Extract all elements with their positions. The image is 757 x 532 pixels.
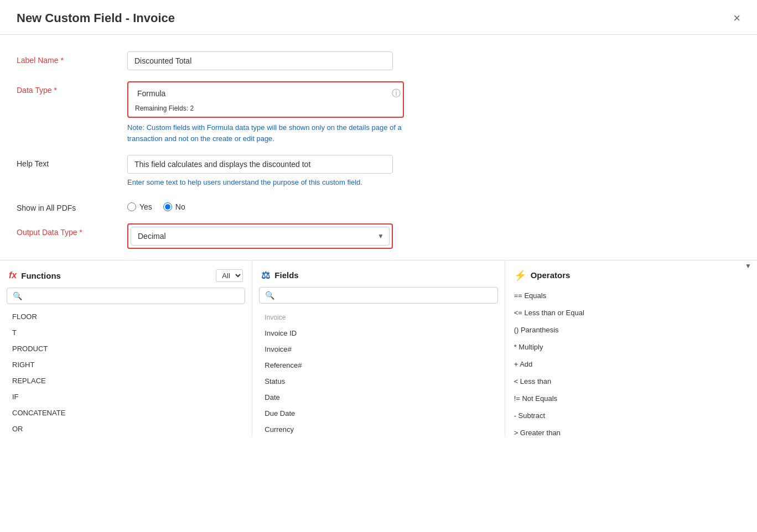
list-item[interactable]: REPLACE <box>7 373 245 389</box>
functions-search-icon: 🔍 <box>13 291 22 300</box>
functions-list: FLOORTPRODUCTRIGHTREPLACEIFCONCATENATEOR <box>0 309 252 437</box>
list-item[interactable]: Date <box>259 389 497 405</box>
list-item: Invoice <box>259 308 497 325</box>
help-text-control: Enter some text to help users understand… <box>127 155 393 188</box>
list-item[interactable]: T <box>7 325 245 341</box>
functions-all-select[interactable]: All <box>216 269 243 282</box>
label-name-label: Label Name * <box>17 51 127 65</box>
modal: New Custom Field - Invoice × Label Name … <box>0 0 757 532</box>
modal-body: Label Name * Data Type * Formula Text Nu… <box>0 35 757 249</box>
help-text-hint: Enter some text to help users understand… <box>127 177 393 188</box>
label-name-input[interactable] <box>127 51 393 70</box>
list-item[interactable]: FLOOR <box>7 309 245 325</box>
fields-panel-header: ⚖ Fields <box>252 260 504 287</box>
fields-panel: ⚖ Fields 🔍 InvoiceInvoice IDInvoice#Refe… <box>252 260 505 437</box>
operators-list: == Equals<= Less than or Equal() Paranth… <box>505 287 757 437</box>
list-item[interactable]: Status <box>259 373 497 389</box>
functions-panel: fx Functions All 🔍 FLOORTPRODUCTRIGHTREP… <box>0 260 252 437</box>
operators-panel-header: ⚡ Operators <box>505 260 757 287</box>
fields-icon: ⚖ <box>261 269 270 281</box>
output-type-select[interactable]: Decimal Integer Text <box>131 227 390 246</box>
list-item[interactable]: != Not Equals <box>514 390 748 407</box>
list-item[interactable]: IF <box>7 389 245 405</box>
panels-row: fx Functions All 🔍 FLOORTPRODUCTRIGHTREP… <box>0 260 757 437</box>
show-pdfs-row: Show in All PDFs Yes No <box>17 199 740 212</box>
list-item[interactable]: > Greater than <box>514 424 748 437</box>
list-item[interactable]: OR <box>7 421 245 437</box>
list-item[interactable]: Currency <box>259 421 497 437</box>
output-type-box: Decimal Integer Text ▼ <box>127 223 393 249</box>
data-type-label: Data Type * <box>17 81 127 95</box>
radio-yes-label: Yes <box>139 202 152 211</box>
label-name-row: Label Name * <box>17 51 740 70</box>
fields-list: InvoiceInvoice IDInvoice#Reference#Statu… <box>252 308 504 437</box>
output-type-label: Output Data Type * <box>17 223 127 237</box>
data-type-select[interactable]: Formula Text Number <box>131 85 388 102</box>
list-item[interactable]: == Equals <box>514 287 748 304</box>
operators-panel: ⚡ Operators == Equals<= Less than or Equ… <box>505 260 757 437</box>
list-item[interactable]: * Multiply <box>514 338 748 356</box>
radio-no-label: No <box>175 202 185 211</box>
list-item[interactable]: CONCATENATE <box>7 405 245 421</box>
help-text-input[interactable] <box>127 155 393 174</box>
list-item[interactable]: () Paranthesis <box>514 321 748 338</box>
fields-search-icon: 🔍 <box>265 291 274 300</box>
list-item[interactable]: Invoice# <box>259 341 497 357</box>
data-type-box: Formula Text Number ▼ ⓘ Remaining Fields… <box>127 81 404 118</box>
help-text-label: Help Text <box>17 155 127 168</box>
data-type-row: Data Type * Formula Text Number ▼ ⓘ Rema… <box>17 81 740 144</box>
functions-icon: fx <box>9 270 17 280</box>
modal-title: New Custom Field - Invoice <box>17 11 175 25</box>
list-item[interactable]: Invoice ID <box>259 325 497 341</box>
list-item[interactable]: < Less than <box>514 373 748 390</box>
help-text-row: Help Text Enter some text to help users … <box>17 155 740 188</box>
radio-group: Yes No <box>127 199 185 211</box>
modal-header: New Custom Field - Invoice × <box>0 0 757 35</box>
radio-yes-option[interactable]: Yes <box>127 202 152 211</box>
fields-search-box: 🔍 <box>259 287 497 304</box>
functions-search-box: 🔍 <box>7 288 245 304</box>
list-item[interactable]: - Subtract <box>514 407 748 424</box>
radio-yes-input[interactable] <box>127 202 136 211</box>
radio-no-input[interactable] <box>163 202 172 211</box>
list-item[interactable]: RIGHT <box>7 357 245 373</box>
list-item[interactable]: + Add <box>514 356 748 373</box>
functions-panel-header: fx Functions All <box>0 260 252 288</box>
list-item[interactable]: <= Less than or Equal <box>514 304 748 321</box>
fields-search-input[interactable] <box>278 291 491 299</box>
list-item[interactable]: Reference# <box>259 357 497 373</box>
list-item[interactable]: PRODUCT <box>7 341 245 357</box>
help-icon[interactable]: ⓘ <box>392 88 401 100</box>
close-button[interactable]: × <box>733 12 740 24</box>
operators-icon: ⚡ <box>514 269 526 281</box>
label-name-control <box>127 51 393 70</box>
operators-title: Operators <box>531 270 571 280</box>
radio-no-option[interactable]: No <box>163 202 185 211</box>
remaining-fields: Remaining Fields: 2 <box>131 102 401 114</box>
fields-title: Fields <box>274 270 298 280</box>
functions-title: Functions <box>21 271 61 280</box>
show-pdfs-label: Show in All PDFs <box>17 199 127 212</box>
functions-search-input[interactable] <box>25 291 239 300</box>
list-item[interactable]: Due Date <box>259 405 497 421</box>
data-type-note: Note: Custom fields with Formula data ty… <box>127 122 404 144</box>
output-type-row: Output Data Type * Decimal Integer Text … <box>17 223 740 249</box>
